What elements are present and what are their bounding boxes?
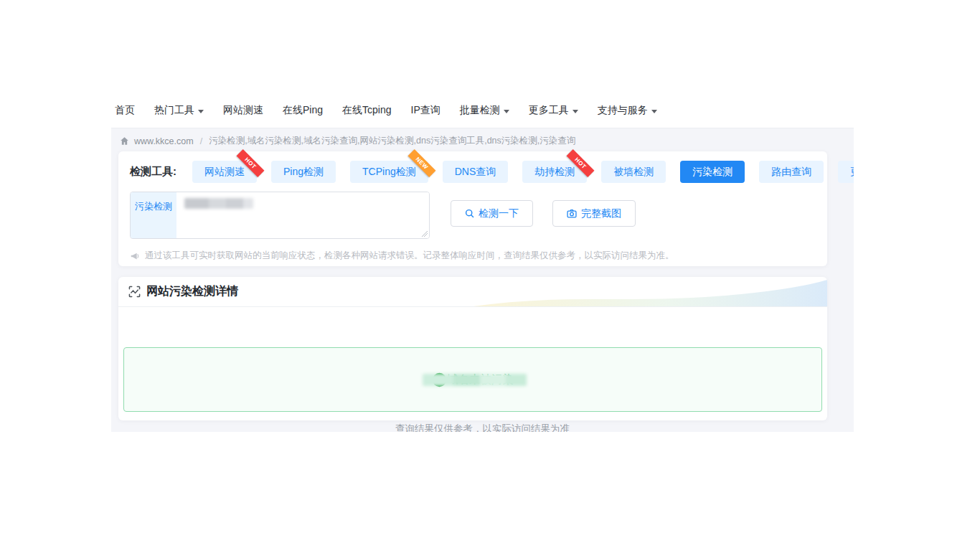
tools-row: 检测工具: 网站测速HOTPing检测TCPing检测NEWDNS查询劫持检测H…: [130, 161, 816, 183]
breadcrumb-separator: /: [200, 136, 202, 146]
tool-button[interactable]: 被墙检测: [601, 161, 666, 183]
nav-item-label: 更多工具: [529, 104, 569, 117]
top-navigation: 首页热门工具网站测速在线Ping在线TcpingIP查询批量检测更多工具支持与服…: [115, 104, 657, 117]
tool-button-label: 路由查询: [771, 166, 811, 179]
tool-button-label: DNS查询: [455, 166, 496, 179]
tool-button-label: Ping检测: [283, 166, 324, 179]
tool-button-label: 网站测速: [204, 166, 245, 179]
tool-buttons: 网站测速HOTPing检测TCPing检测NEWDNS查询劫持检测HOT被墙检测…: [192, 161, 854, 183]
censored-domain-input: [184, 198, 253, 209]
tool-button-label: 被墙检测: [613, 166, 654, 179]
screenshot-button-label: 完整截图: [581, 207, 621, 220]
nav-item[interactable]: 支持与服务: [598, 104, 657, 117]
search-icon: [465, 209, 474, 218]
breadcrumb-page: 污染检测,域名污染检测,域名污染查询,网站污染检测,dns污染查询工具,dns污…: [209, 135, 575, 147]
home-icon[interactable]: [120, 136, 129, 146]
camera-icon: [567, 209, 577, 219]
tool-button[interactable]: 网站测速HOT: [192, 161, 257, 183]
caret-down-icon: [651, 110, 657, 113]
check-button[interactable]: 检测一下: [451, 200, 533, 227]
tool-button[interactable]: 劫持检测HOT: [522, 161, 587, 183]
nav-item[interactable]: 网站测速: [223, 104, 263, 117]
nav-item[interactable]: 批量检测: [460, 104, 509, 117]
breadcrumb: www.kkce.com / 污染检测,域名污染检测,域名污染查询,网站污染检测…: [120, 135, 575, 147]
domain-input-group: 污染检测: [130, 192, 430, 239]
footer-note: 查询结果仅供参考，以实际访问结果为准: [111, 423, 854, 432]
nav-item[interactable]: 更多工具: [529, 104, 578, 117]
nav-item-label: 网站测速: [223, 104, 263, 117]
nav-item-label: 在线Ping: [283, 104, 323, 117]
nav-item-label: 首页: [115, 104, 135, 117]
domain-input-label: 污染检测: [131, 192, 176, 238]
breadcrumb-site[interactable]: www.kkce.com: [134, 136, 194, 146]
tool-button-label: 更多工具: [850, 166, 854, 179]
nav-item-label: 热门工具: [154, 104, 194, 117]
screenshot-button[interactable]: 完整截图: [552, 200, 636, 227]
tool-button[interactable]: DNS查询: [443, 161, 509, 183]
tools-label: 检测工具:: [130, 165, 176, 179]
tools-card: 检测工具: 网站测速HOTPing检测TCPing检测NEWDNS查询劫持检测H…: [118, 151, 827, 266]
megaphone-icon: [130, 251, 140, 261]
tool-button[interactable]: Ping检测: [271, 161, 336, 183]
tool-button-label: 污染检测: [692, 166, 732, 179]
scan-activity-icon: [128, 286, 141, 298]
nav-item[interactable]: IP查询: [411, 104, 440, 117]
censored-result-domain: [423, 374, 527, 386]
tool-button-label: 劫持检测: [534, 166, 575, 179]
nav-item-label: 在线Tcping: [342, 104, 391, 117]
caret-down-icon: [573, 110, 578, 113]
nav-item[interactable]: 首页: [115, 104, 135, 117]
tool-button[interactable]: 路由查询: [759, 161, 824, 183]
tool-button-label: TCPing检测: [362, 166, 416, 179]
details-header: 网站污染检测详情: [118, 277, 827, 307]
nav-item-label: 批量检测: [460, 104, 500, 117]
nav-item-label: 支持与服务: [598, 104, 648, 117]
nav-item[interactable]: 在线Ping: [283, 104, 323, 117]
detect-form: 污染检测 检测一下 完: [130, 192, 816, 239]
caret-down-icon: [504, 110, 509, 113]
tool-button[interactable]: 更多工具: [838, 161, 854, 183]
wave-decoration: [468, 277, 827, 307]
page: 首页热门工具网站测速在线Ping在线TcpingIP查询批量检测更多工具支持与服…: [0, 0, 980, 551]
tool-button[interactable]: 污染检测: [680, 161, 745, 183]
tool-notice: 通过该工具可实时获取网站的当前响应状态，检测各种网站请求错误。记录整体响应时间，…: [130, 250, 816, 262]
nav-item[interactable]: 在线Tcping: [342, 104, 391, 117]
details-title: 网站污染检测详情: [146, 284, 238, 299]
nav-item[interactable]: 热门工具: [154, 104, 204, 117]
nav-item-label: IP查询: [411, 104, 440, 117]
textarea-resize-handle[interactable]: [421, 230, 428, 237]
tool-notice-text: 通过该工具可实时获取网站的当前响应状态，检测各种网站请求错误。记录整体响应时间，…: [145, 250, 674, 262]
result-box: 域名未被污染: [123, 347, 822, 412]
check-button-label: 检测一下: [479, 207, 519, 220]
caret-down-icon: [198, 110, 204, 113]
content-band: www.kkce.com / 污染检测,域名污染检测,域名污染查询,网站污染检测…: [111, 128, 854, 432]
tool-button[interactable]: TCPing检测NEW: [350, 161, 428, 183]
details-card: 网站污染检测详情 域名未被污染: [118, 277, 827, 420]
